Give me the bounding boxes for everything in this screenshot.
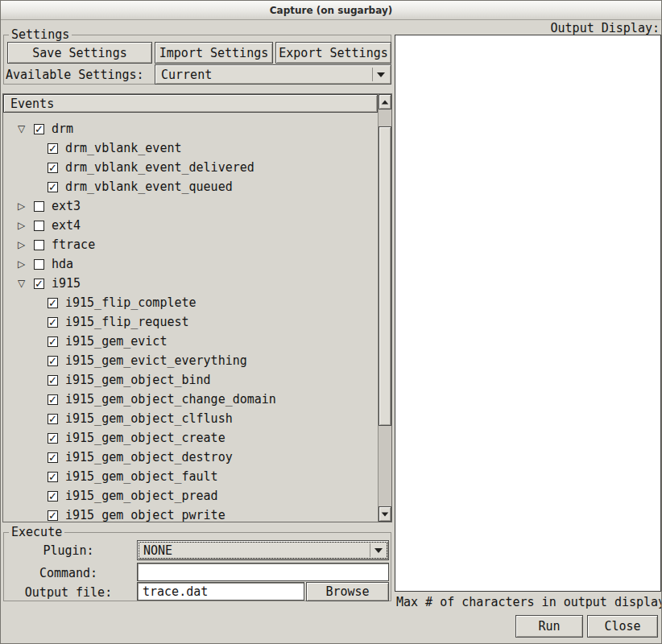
event-tree-row[interactable]: ✓i915_gem_object_clflush <box>3 409 378 428</box>
event-tree-row[interactable]: ✓i915_flip_request <box>3 312 378 332</box>
checkbox-checked-icon[interactable]: ✓ <box>48 491 58 502</box>
checkbox-checked-icon[interactable]: ✓ <box>48 317 58 328</box>
settings-frame: Settings Save Settings Import Settings E… <box>3 35 391 85</box>
event-tree-row[interactable]: ▷ext3 <box>3 196 378 216</box>
checkbox-unchecked-icon[interactable] <box>34 259 44 270</box>
checkbox-checked-icon[interactable]: ✓ <box>48 472 58 482</box>
event-tree-row[interactable]: ✓i915_gem_evict_everything <box>3 351 378 370</box>
event-label: i915_gem_object_bind <box>65 373 211 387</box>
close-button[interactable]: Close <box>587 615 658 638</box>
chevron-down-icon <box>372 68 388 81</box>
max-chars-label: Max # of characters in output display <box>396 595 661 609</box>
command-input[interactable] <box>138 564 388 580</box>
arrow-up-icon <box>382 100 389 104</box>
events-vertical-scrollbar[interactable] <box>378 94 391 522</box>
event-tree-row[interactable]: ▷ext4 <box>3 216 378 235</box>
event-tree-row[interactable]: ✓i915_flip_complete <box>3 293 378 312</box>
event-label: ext3 <box>52 199 81 213</box>
arrow-down-icon <box>382 512 389 516</box>
checkbox-checked-icon[interactable]: ✓ <box>48 298 58 308</box>
expander-collapsed-icon[interactable]: ▷ <box>18 239 34 250</box>
expander-collapsed-icon[interactable]: ▷ <box>18 220 34 231</box>
output-file-input[interactable] <box>138 583 304 600</box>
event-label: i915_gem_object_pwrite <box>65 508 225 522</box>
checkbox-checked-icon[interactable]: ✓ <box>48 452 58 463</box>
event-tree-row[interactable]: ▷ftrace <box>3 235 378 254</box>
checkbox-unchecked-icon[interactable] <box>34 221 44 231</box>
export-settings-button[interactable]: Export Settings <box>275 42 391 64</box>
event-tree-row[interactable]: ✓i915_gem_object_destroy <box>3 448 378 467</box>
event-label: i915_gem_object_change_domain <box>65 392 276 407</box>
output-display-label: Output Display: <box>394 21 660 34</box>
event-label: ext4 <box>52 218 81 233</box>
event-label: drm <box>52 122 73 136</box>
event-label: i915_gem_object_destroy <box>65 450 233 464</box>
settings-frame-label: Settings <box>9 28 72 42</box>
scrollbar-up-button[interactable] <box>379 94 391 109</box>
save-settings-button[interactable]: Save Settings <box>7 42 152 64</box>
output-display[interactable] <box>395 35 661 592</box>
checkbox-checked-icon[interactable]: ✓ <box>48 163 58 173</box>
scrollbar-down-button[interactable] <box>379 506 391 522</box>
execute-frame: Execute Plugin: NONE Command: Output fil… <box>3 532 391 601</box>
checkbox-checked-icon[interactable]: ✓ <box>48 394 58 405</box>
available-settings-label: Available Settings: <box>6 68 144 82</box>
event-tree-row[interactable]: ▷hda <box>3 254 378 274</box>
checkbox-unchecked-icon[interactable] <box>34 201 44 212</box>
expander-collapsed-icon[interactable]: ▷ <box>18 200 34 212</box>
checkbox-checked-icon[interactable]: ✓ <box>34 124 44 134</box>
checkbox-checked-icon[interactable]: ✓ <box>48 375 58 386</box>
checkbox-checked-icon[interactable]: ✓ <box>48 414 58 424</box>
checkbox-checked-icon[interactable]: ✓ <box>48 336 58 347</box>
checkbox-checked-icon[interactable]: ✓ <box>48 143 58 154</box>
run-button[interactable]: Run <box>515 615 583 638</box>
plugin-combobox[interactable]: NONE <box>137 540 389 560</box>
chevron-down-icon <box>370 543 386 557</box>
plugin-value: NONE <box>143 543 172 558</box>
checkbox-checked-icon[interactable]: ✓ <box>48 356 58 366</box>
window-titlebar[interactable]: Capture (on sugarbay) <box>1 1 661 20</box>
event-label: drm_vblank_event_delivered <box>65 160 254 175</box>
event-tree-row[interactable]: ▽✓drm <box>3 119 378 138</box>
event-tree-row[interactable]: ✓i915_gem_object_pwrite <box>3 506 378 522</box>
expander-expanded-icon[interactable]: ▽ <box>18 278 34 289</box>
event-tree-row[interactable]: ✓drm_vblank_event_delivered <box>3 158 378 177</box>
expander-collapsed-icon[interactable]: ▷ <box>18 258 34 270</box>
events-rows: ▽✓drm✓drm_vblank_event✓drm_vblank_event_… <box>3 113 378 522</box>
checkbox-checked-icon[interactable]: ✓ <box>48 510 58 521</box>
available-settings-combobox[interactable]: Current <box>155 64 391 85</box>
event-tree-row[interactable]: ✓i915_gem_object_fault <box>3 467 378 486</box>
event-tree-row[interactable]: ✓drm_vblank_event_queued <box>3 177 378 196</box>
event-tree-row[interactable]: ✓i915_gem_object_create <box>3 428 378 448</box>
event-label: drm_vblank_event <box>65 141 182 155</box>
event-label: hda <box>52 257 73 271</box>
event-label: i915_gem_object_clflush <box>65 411 233 426</box>
checkbox-checked-icon[interactable]: ✓ <box>48 182 58 192</box>
event-label: drm_vblank_event_queued <box>65 180 233 194</box>
capture-window: Capture (on sugarbay) Settings Save Sett… <box>0 0 662 644</box>
event-tree-row[interactable]: ✓i915_gem_object_pread <box>3 486 378 506</box>
event-tree-row[interactable]: ✓i915_gem_evict <box>3 332 378 351</box>
event-label: i915_gem_object_create <box>65 431 225 445</box>
browse-button[interactable]: Browse <box>306 582 389 601</box>
command-field-frame <box>137 563 389 581</box>
event-label: ftrace <box>52 237 95 252</box>
output-file-field-frame <box>137 582 304 601</box>
available-settings-value: Current <box>161 68 212 82</box>
event-label: i915 <box>52 276 81 291</box>
events-panel: Events ▽✓drm✓drm_vblank_event✓drm_vblank… <box>2 93 392 522</box>
import-settings-button[interactable]: Import Settings <box>155 42 273 64</box>
checkbox-checked-icon[interactable]: ✓ <box>34 279 44 289</box>
checkbox-checked-icon[interactable]: ✓ <box>48 433 58 444</box>
checkbox-unchecked-icon[interactable] <box>34 240 44 250</box>
event-tree-row[interactable]: ✓i915_gem_object_change_domain <box>3 390 378 409</box>
events-column-header[interactable]: Events <box>3 94 378 113</box>
command-label: Command: <box>4 566 133 580</box>
output-file-label: Output file: <box>4 585 133 600</box>
event-tree-row[interactable]: ▽✓i915 <box>3 274 378 293</box>
expander-expanded-icon[interactable]: ▽ <box>18 123 34 134</box>
scrollbar-thumb[interactable] <box>379 126 391 426</box>
event-tree-row[interactable]: ✓drm_vblank_event <box>3 138 378 158</box>
event-tree-row[interactable]: ✓i915_gem_object_bind <box>3 370 378 390</box>
event-label: i915_flip_complete <box>65 295 197 310</box>
